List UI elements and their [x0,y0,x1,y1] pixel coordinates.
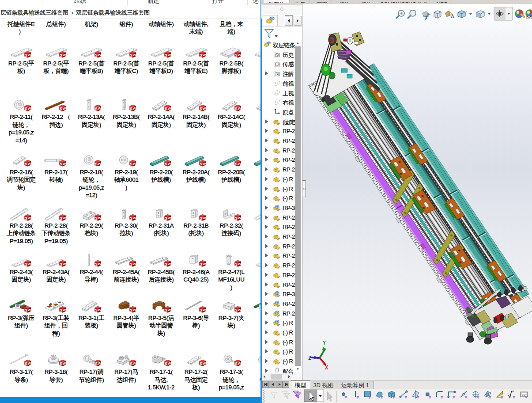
svg-text:0.3: 0.3 [522,395,525,397]
svg-text:X: X [325,365,328,370]
svg-text:A: A [275,72,278,76]
svg-text:Y: Y [323,340,326,346]
svg-text:Z: Z [308,355,311,361]
